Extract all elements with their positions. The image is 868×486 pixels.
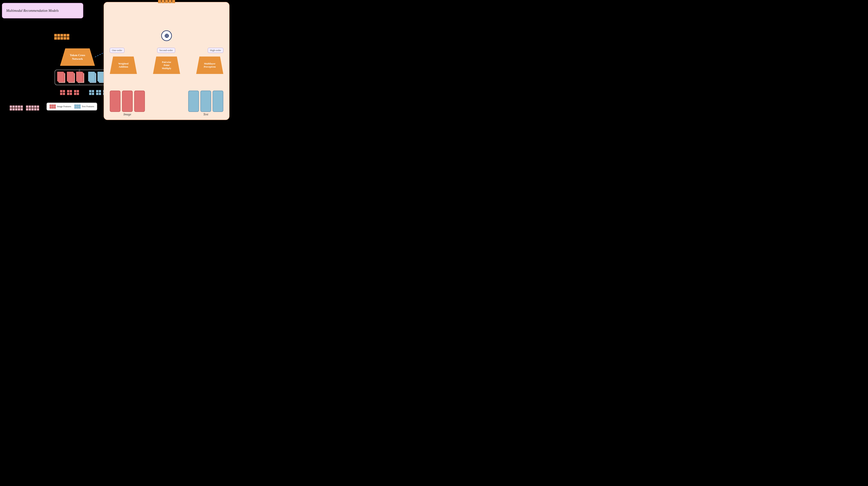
text-col-3: [213, 91, 223, 112]
image-group: Image: [110, 91, 145, 116]
text-label: Text: [203, 112, 208, 116]
operations-row: Weighted Addition Pairwise Point Multipl…: [110, 57, 223, 74]
image-col-1: [110, 91, 120, 112]
order-boxes-row: One-order Second-order High-order: [110, 48, 223, 53]
multimodal-box: Multimodal Recommendation Models: [2, 3, 83, 19]
left-output-grid: [54, 34, 69, 40]
text-col-2: [200, 91, 211, 112]
feature-columns-row: Image Text: [110, 91, 223, 116]
token-cross-network: Token Cross Network: [60, 48, 95, 66]
legend-box: Image Features Text Features: [46, 103, 97, 110]
image-label: Image: [124, 112, 131, 116]
image-col-3: [134, 91, 145, 112]
bottom-pink-grids: [10, 105, 39, 110]
token-cross-label-line1: Token Cross: [70, 54, 85, 57]
circle-plus: ⊕: [161, 30, 172, 41]
image-col-2: [122, 91, 133, 112]
order-box-one: One-order: [110, 48, 124, 53]
legend-image: Image Features: [50, 104, 71, 108]
multimodal-title: Multimodal Recommendation Models: [6, 9, 59, 13]
op-pairwise: Pairwise Point Multiply: [153, 57, 180, 74]
legend-image-label: Image Features: [57, 105, 71, 108]
op-weighted-addition: Weighted Addition: [110, 57, 137, 74]
text-group: Text: [188, 91, 223, 116]
token-cross-label-line2: Network: [72, 57, 83, 60]
text-col-1: [188, 91, 199, 112]
op-multilayer: Multilayer Perceptron: [196, 57, 223, 74]
small-red-grids: [60, 90, 79, 95]
diagram-container: Multimodal Recommendation Models Token C…: [0, 0, 232, 130]
order-box-second: Second-order: [157, 48, 175, 53]
right-panel: ⊕ One-order Second-order High-order Weig…: [103, 2, 229, 120]
order-box-high: High-order: [208, 48, 223, 53]
output-grid: [158, 0, 175, 3]
legend-text: Text Features: [74, 104, 94, 108]
legend-text-label: Text Features: [82, 105, 94, 108]
